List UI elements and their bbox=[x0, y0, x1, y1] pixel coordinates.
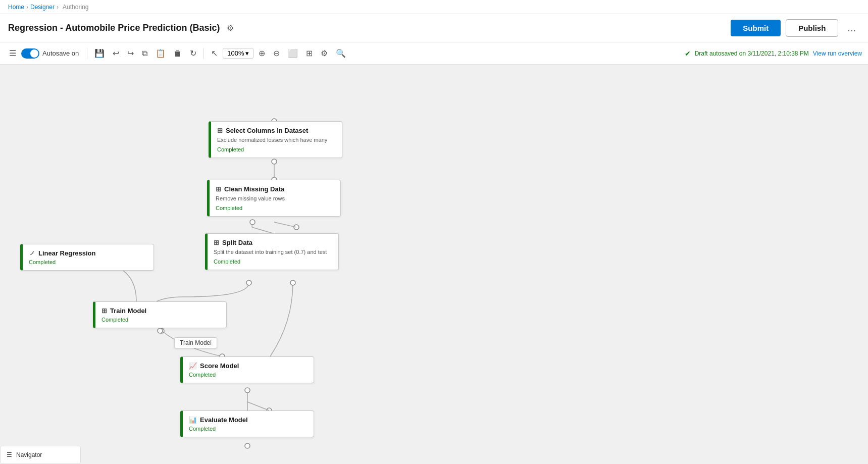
linear-regression-title: Linear Regression bbox=[38, 249, 95, 257]
settings2-button[interactable]: ⚙ bbox=[318, 46, 331, 60]
score-icon: 📈 bbox=[189, 362, 197, 370]
clean-missing-title: Clean Missing Data bbox=[224, 185, 284, 193]
cursor-button[interactable]: ↖ bbox=[208, 46, 221, 60]
evaluate-icon: 📊 bbox=[189, 416, 197, 424]
dataset-icon: ⊞ bbox=[217, 127, 223, 134]
zoom-in-button[interactable]: ⊕ bbox=[256, 46, 268, 60]
breadcrumb: Home › Designer › Authoring bbox=[0, 0, 868, 14]
svg-point-10 bbox=[290, 280, 295, 285]
grid-button[interactable]: ⊞ bbox=[303, 46, 316, 60]
train-model-title: Train Model bbox=[110, 307, 146, 315]
fit-view-button[interactable]: ⬜ bbox=[285, 46, 301, 60]
clean-missing-desc: Remove missing value rows bbox=[216, 195, 334, 202]
autosave-check-icon: ✔ bbox=[685, 49, 691, 58]
evaluate-model-status: Completed bbox=[189, 426, 308, 432]
svg-point-12 bbox=[159, 328, 164, 333]
svg-line-3 bbox=[252, 222, 252, 227]
clean-icon: ⊞ bbox=[216, 185, 221, 193]
breadcrumb-current: Authoring bbox=[63, 4, 88, 11]
breadcrumb-designer[interactable]: Designer bbox=[30, 4, 55, 11]
select-columns-status: Completed bbox=[217, 146, 336, 152]
svg-point-1 bbox=[272, 159, 277, 164]
svg-line-16 bbox=[247, 402, 269, 410]
canvas: ⊞ Select Columns in Dataset Exclude norm… bbox=[0, 65, 868, 464]
train-icon: ⊞ bbox=[101, 307, 107, 315]
paste-button[interactable]: 📋 bbox=[152, 46, 169, 60]
select-columns-desc: Exclude normalized losses which have man… bbox=[217, 136, 336, 143]
zoom-out-button[interactable]: ⊖ bbox=[270, 46, 283, 60]
navigator-bar[interactable]: ☰ Navigator bbox=[0, 446, 81, 464]
split-data-title: Split Data bbox=[222, 239, 252, 246]
svg-point-6 bbox=[294, 225, 299, 230]
navigator-icon: ☰ bbox=[7, 451, 12, 458]
split-data-node[interactable]: ⊞ Split Data Split the dataset into trai… bbox=[205, 233, 339, 270]
panel-toggle-button[interactable]: ☰ bbox=[6, 46, 19, 60]
svg-point-9 bbox=[246, 280, 251, 285]
redo-button[interactable]: ↪ bbox=[124, 46, 137, 60]
submit-button[interactable]: Submit bbox=[731, 20, 781, 36]
linear-regression-status: Completed bbox=[29, 259, 147, 265]
more-button[interactable]: ... bbox=[843, 20, 860, 36]
score-model-status: Completed bbox=[189, 372, 308, 378]
evaluate-model-node[interactable]: 📊 Evaluate Model Completed bbox=[180, 410, 314, 437]
select-columns-node[interactable]: ⊞ Select Columns in Dataset Exclude norm… bbox=[209, 121, 342, 158]
navigator-label: Navigator bbox=[16, 451, 42, 458]
delete-button[interactable]: 🗑 bbox=[171, 47, 185, 60]
svg-point-17 bbox=[245, 443, 250, 448]
settings-button[interactable]: ⚙ bbox=[225, 21, 236, 35]
zoom-level: 100% bbox=[227, 49, 244, 57]
score-model-node[interactable]: 📈 Score Model Completed bbox=[180, 356, 314, 383]
select-columns-title: Select Columns in Dataset bbox=[226, 127, 308, 134]
zoom-control[interactable]: 100% ▾ bbox=[223, 48, 253, 59]
linear-regression-node[interactable]: ⟋ Linear Regression Completed bbox=[20, 244, 154, 271]
autosave-toggle[interactable] bbox=[21, 48, 39, 59]
save-button[interactable]: 💾 bbox=[91, 46, 108, 60]
autosave-status: Draft autosaved on 3/11/2021, 2:10:38 PM bbox=[695, 50, 809, 57]
divider2 bbox=[203, 48, 204, 59]
page-title: Regression - Automobile Price Prediction… bbox=[8, 23, 220, 33]
svg-point-19 bbox=[158, 328, 163, 333]
refresh-button[interactable]: ↻ bbox=[187, 46, 199, 60]
clean-missing-status: Completed bbox=[216, 205, 334, 211]
svg-point-14 bbox=[245, 388, 250, 393]
svg-point-5 bbox=[250, 220, 255, 225]
autosave-label: Autosave on bbox=[42, 49, 79, 57]
view-run-link[interactable]: View run overview bbox=[813, 50, 862, 57]
chevron-down-icon: ▾ bbox=[245, 49, 249, 57]
train-model-tooltip: Train Model bbox=[174, 337, 217, 348]
svg-line-7 bbox=[274, 222, 296, 227]
split-data-status: Completed bbox=[214, 259, 332, 265]
regression-icon: ⟋ bbox=[29, 249, 35, 257]
toolbar: ☰ Autosave on 💾 ↩ ↪ ⧉ 📋 🗑 ↻ ↖ 100% ▾ ⊕ ⊖… bbox=[0, 42, 868, 65]
evaluate-model-title: Evaluate Model bbox=[200, 416, 248, 424]
split-data-desc: Split the dataset into training set (0.7… bbox=[214, 248, 332, 255]
breadcrumb-home[interactable]: Home bbox=[8, 4, 24, 11]
train-model-status: Completed bbox=[101, 317, 220, 323]
split-icon: ⊞ bbox=[214, 239, 219, 246]
copy-button[interactable]: ⧉ bbox=[139, 47, 150, 60]
search-button[interactable]: 🔍 bbox=[333, 46, 349, 60]
clean-missing-node[interactable]: ⊞ Clean Missing Data Remove missing valu… bbox=[207, 180, 341, 217]
svg-line-4 bbox=[252, 227, 273, 233]
publish-button[interactable]: Publish bbox=[786, 19, 838, 37]
divider bbox=[87, 48, 87, 59]
score-model-title: Score Model bbox=[200, 362, 239, 370]
undo-button[interactable]: ↩ bbox=[110, 46, 122, 60]
train-model-node[interactable]: ⊞ Train Model Completed bbox=[93, 301, 227, 328]
header: Regression - Automobile Price Prediction… bbox=[0, 14, 868, 42]
